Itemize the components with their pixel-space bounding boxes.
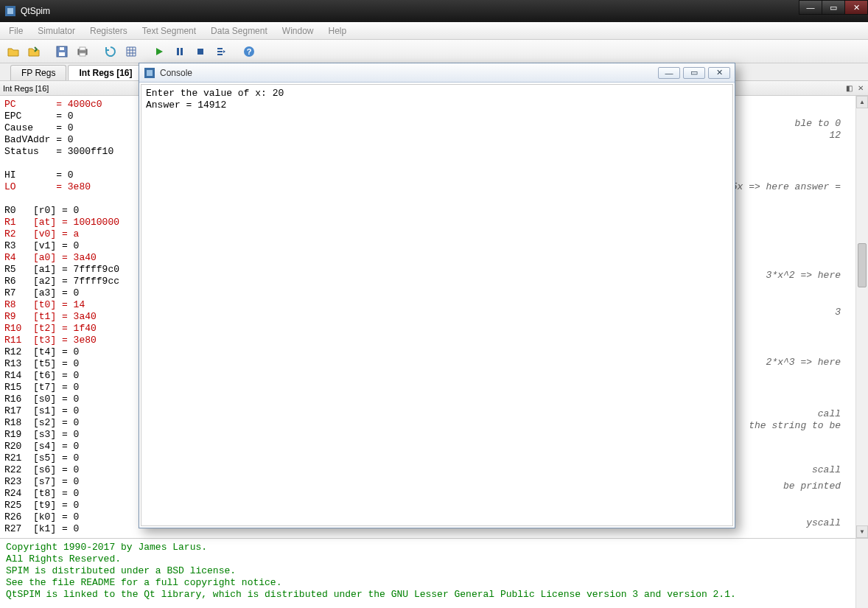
svg-rect-1 bbox=[7, 8, 13, 14]
svg-rect-3 bbox=[59, 52, 65, 56]
save-icon[interactable] bbox=[53, 43, 71, 60]
grid-icon[interactable] bbox=[122, 43, 140, 60]
message-footer: Copyright 1990-2017 by James Larus. All … bbox=[0, 538, 868, 608]
tab-int-regs[interactable]: Int Regs [16] bbox=[68, 65, 143, 80]
console-minimize-button[interactable]: — bbox=[658, 67, 680, 79]
menubar: File Simulator Registers Text Segment Da… bbox=[0, 22, 868, 40]
help-icon[interactable]: ? bbox=[240, 43, 258, 60]
maximize-button[interactable]: ▭ bbox=[822, 0, 845, 15]
close-button[interactable]: ✕ bbox=[844, 0, 868, 15]
console-close-button[interactable]: ✕ bbox=[708, 67, 730, 79]
scroll-thumb[interactable] bbox=[858, 243, 867, 287]
reload-icon[interactable] bbox=[25, 43, 43, 60]
svg-rect-4 bbox=[60, 47, 64, 50]
menu-registers[interactable]: Registers bbox=[84, 24, 133, 38]
toolbar: ? bbox=[0, 40, 868, 63]
refresh-icon[interactable] bbox=[102, 43, 119, 60]
register-panel: PC = 4000c0 EPC = 0 Cause = 0 BadVAddr =… bbox=[0, 96, 136, 538]
window-titlebar: QtSpim — ▭ ✕ bbox=[0, 0, 868, 22]
print-icon[interactable] bbox=[74, 43, 91, 60]
step-icon[interactable] bbox=[212, 43, 230, 60]
menu-window[interactable]: Window bbox=[276, 24, 320, 38]
svg-rect-17 bbox=[181, 48, 183, 55]
footer-scrollbar[interactable] bbox=[855, 539, 868, 608]
dock-float-icon[interactable]: ◧ bbox=[844, 84, 853, 93]
run-icon[interactable] bbox=[150, 43, 168, 60]
menu-simulator[interactable]: Simulator bbox=[32, 24, 81, 38]
svg-rect-25 bbox=[147, 70, 153, 76]
console-title: Console bbox=[160, 68, 192, 78]
pause-icon[interactable] bbox=[171, 43, 189, 60]
window-title: QtSpim bbox=[21, 6, 50, 16]
console-maximize-button[interactable]: ▭ bbox=[683, 67, 705, 79]
svg-text:?: ? bbox=[247, 47, 252, 56]
console-output[interactable]: Enter the value of x: 20 Answer = 14912 bbox=[141, 84, 733, 526]
svg-rect-6 bbox=[80, 47, 85, 50]
open-icon[interactable] bbox=[4, 43, 22, 60]
console-window: Console — ▭ ✕ Enter the value of x: 20 A… bbox=[139, 63, 735, 528]
menu-text-segment[interactable]: Text Segment bbox=[136, 24, 202, 38]
dock-title: Int Regs [16] bbox=[3, 84, 49, 93]
menu-data-segment[interactable]: Data Segment bbox=[205, 24, 273, 38]
svg-rect-16 bbox=[177, 48, 179, 55]
svg-rect-7 bbox=[80, 53, 85, 56]
app-icon bbox=[4, 5, 16, 17]
tab-fp-regs[interactable]: FP Regs bbox=[10, 65, 66, 80]
stop-icon[interactable] bbox=[192, 43, 209, 60]
right-scrollbar[interactable]: ▲ ▼ bbox=[855, 96, 868, 538]
console-titlebar[interactable]: Console — ▭ ✕ bbox=[139, 63, 735, 83]
svg-rect-18 bbox=[197, 49, 203, 55]
minimize-button[interactable]: — bbox=[799, 0, 822, 15]
menu-file[interactable]: File bbox=[3, 24, 29, 38]
menu-help[interactable]: Help bbox=[323, 24, 353, 38]
console-icon bbox=[144, 67, 155, 79]
dock-close-icon[interactable]: ✕ bbox=[856, 84, 865, 93]
scroll-down-icon[interactable]: ▼ bbox=[856, 525, 868, 538]
scroll-up-icon[interactable]: ▲ bbox=[856, 96, 868, 108]
